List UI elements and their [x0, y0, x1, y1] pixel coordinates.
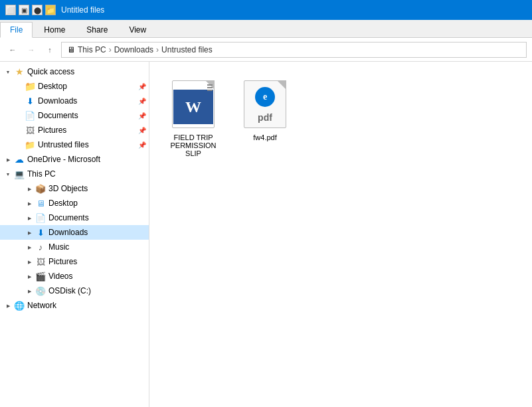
up-button[interactable]: ↑ [43, 42, 57, 57]
videos-label: Videos [48, 272, 149, 281]
ribbon: File Home Share View [0, 20, 532, 38]
downloads-pc-chevron [24, 230, 35, 236]
network-chevron [3, 303, 13, 309]
documents-pc-label: Documents [48, 213, 149, 222]
sidebar-item-downloads-pc[interactable]: ⬇ Downloads [0, 225, 149, 240]
sidebar-item-network[interactable]: 🌐 Network [0, 298, 149, 313]
path-thispc: This PC [78, 45, 106, 54]
title-icon-folder: 📁 [45, 5, 56, 15]
title-icon-1: ⬜ [5, 5, 16, 15]
desktop-pin-icon: 📌 [138, 83, 146, 90]
music-icon: ♪ [35, 242, 46, 252]
file-item-word[interactable]: W FIELD TRIP PERMISSION SLIP [160, 72, 226, 163]
music-chevron [24, 244, 35, 250]
videos-icon: 🎬 [35, 272, 46, 282]
sidebar-item-desktop[interactable]: 📁 Desktop 📌 [0, 79, 149, 94]
quick-access-label: Quick access [27, 67, 149, 76]
downloads-pc-label: Downloads [48, 228, 149, 237]
desktop-pc-label: Desktop [48, 199, 149, 208]
untrusted-pin-icon: 📌 [138, 141, 146, 149]
address-bar: ← → ↑ 🖥 This PC › Downloads › Untrusted … [0, 38, 532, 62]
downloads-qa-icon: ⬇ [24, 96, 36, 106]
sidebar-item-pictures-pc[interactable]: 🖼 Pictures [0, 254, 149, 269]
osdisk-label: OSDisk (C:) [48, 286, 149, 295]
pdf-file-icon: e pdf [241, 78, 289, 131]
sidebar-item-osdisk[interactable]: 💿 OSDisk (C:) [0, 284, 149, 298]
documents-pc-icon: 📄 [35, 213, 46, 223]
sidebar-item-untrusted[interactable]: 📁 Untrusted files 📌 [0, 137, 149, 152]
sidebar-item-documents-pc[interactable]: 📄 Documents [0, 210, 149, 225]
desktop-folder-icon: 📁 [24, 81, 36, 92]
downloads-qa-pin-icon: 📌 [138, 98, 146, 105]
documents-qa-label: Documents [38, 111, 138, 120]
pictures-qa-label: Pictures [38, 125, 138, 135]
title-icon-3: ⬤ [32, 5, 43, 15]
downloads-pc-icon: ⬇ [35, 228, 46, 238]
osdisk-icon: 💿 [35, 286, 46, 296]
onedrive-chevron [3, 157, 13, 163]
3d-chevron [24, 186, 35, 192]
pictures-pc-chevron [24, 259, 35, 265]
word-file-icon: W [169, 78, 217, 131]
sidebar-item-onedrive[interactable]: ☁ OneDrive - Microsoft [0, 152, 149, 167]
title-bar-icons: ⬜ ▣ ⬤ 📁 [5, 5, 56, 15]
desktop-pc-chevron [24, 201, 35, 206]
music-label: Music [48, 242, 149, 252]
sidebar-item-videos[interactable]: 🎬 Videos [0, 269, 149, 284]
quick-access-icon: ★ [13, 66, 25, 77]
this-pc-chevron [3, 171, 13, 177]
path-untrusted: Untrusted files [161, 45, 213, 54]
sidebar-item-music[interactable]: ♪ Music [0, 240, 149, 254]
path-computer-icon: 🖥 [67, 45, 75, 54]
pictures-qa-pin-icon: 📌 [138, 127, 146, 134]
main-layout: ★ Quick access 📁 Desktop 📌 ⬇ Downloads 📌… [0, 62, 532, 407]
content-area: W FIELD TRIP PERMISSION SLIP [149, 62, 532, 407]
onedrive-label: OneDrive - Microsoft [27, 155, 149, 164]
sidebar-item-quick-access[interactable]: ★ Quick access [0, 64, 149, 79]
sidebar-item-downloads-qa[interactable]: ⬇ Downloads 📌 [0, 94, 149, 108]
untrusted-folder-icon: 📁 [24, 140, 36, 150]
documents-pc-chevron [24, 215, 35, 221]
this-pc-label: This PC [27, 169, 149, 179]
pictures-pc-icon: 🖼 [35, 257, 46, 267]
onedrive-icon: ☁ [13, 154, 25, 165]
ribbon-tabs: File Home Share View [0, 20, 532, 37]
tab-file[interactable]: File [0, 22, 33, 38]
sidebar-item-documents-qa[interactable]: 📄 Documents 📌 [0, 108, 149, 123]
sidebar-item-desktop-pc[interactable]: 🖥 Desktop [0, 196, 149, 210]
path-downloads: Downloads [114, 45, 153, 54]
videos-chevron [24, 274, 35, 280]
word-file-label: FIELD TRIP PERMISSION SLIP [165, 133, 221, 157]
back-button[interactable]: ← [5, 42, 20, 57]
pictures-pc-label: Pictures [48, 257, 149, 266]
this-pc-icon: 💻 [13, 169, 25, 179]
tab-home[interactable]: Home [34, 22, 75, 37]
3d-label: 3D Objects [48, 184, 149, 193]
tab-view[interactable]: View [119, 22, 156, 37]
desktop-label: Desktop [38, 82, 138, 91]
sidebar-item-pictures-qa[interactable]: 🖼 Pictures 📌 [0, 123, 149, 137]
downloads-qa-label: Downloads [38, 96, 138, 106]
title-bar: ⬜ ▣ ⬤ 📁 Untitled files [0, 0, 532, 20]
documents-qa-icon: 📄 [24, 111, 36, 121]
path-sep-2: › [156, 45, 159, 54]
desktop-pc-icon: 🖥 [35, 199, 46, 208]
title-icon-2: ▣ [19, 5, 29, 15]
osdisk-chevron [24, 288, 35, 294]
title-text: Untitled files [61, 5, 104, 15]
file-item-pdf[interactable]: e pdf fw4.pdf [232, 72, 298, 163]
forward-button[interactable]: → [24, 42, 39, 57]
path-sep-1: › [109, 45, 112, 54]
untrusted-label: Untrusted files [38, 140, 138, 149]
address-path[interactable]: 🖥 This PC › Downloads › Untrusted files [61, 42, 527, 58]
pictures-qa-icon: 🖼 [24, 125, 36, 135]
documents-qa-pin-icon: 📌 [138, 112, 146, 120]
sidebar-item-3d-objects[interactable]: 📦 3D Objects [0, 181, 149, 196]
network-icon: 🌐 [13, 301, 25, 311]
quick-access-chevron [3, 69, 13, 75]
pdf-file-label: fw4.pdf [253, 133, 276, 141]
3d-icon: 📦 [35, 184, 46, 194]
sidebar: ★ Quick access 📁 Desktop 📌 ⬇ Downloads 📌… [0, 62, 149, 407]
tab-share[interactable]: Share [76, 22, 118, 37]
sidebar-item-this-pc[interactable]: 💻 This PC [0, 167, 149, 181]
